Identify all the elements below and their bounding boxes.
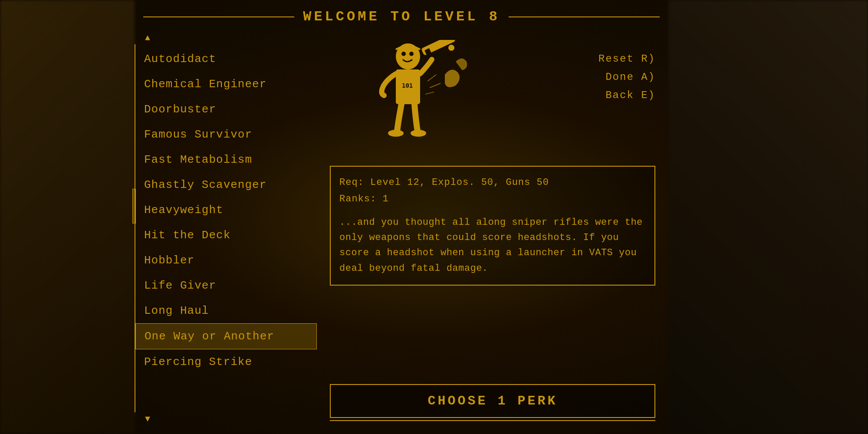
- main-panel: WELCOME TO LEVEL 8 ▲ AutodidactChemical …: [135, 9, 668, 425]
- controls-panel: Reset R) Done A) Back E): [598, 53, 655, 101]
- perk-item-piercing-strike[interactable]: Piercing Strike: [135, 349, 317, 375]
- title-line-left: [143, 16, 294, 17]
- perk-item-fast-metabolism[interactable]: Fast Metabolism: [135, 147, 317, 172]
- bottom-line: [330, 420, 655, 421]
- svg-point-9: [411, 130, 426, 137]
- svg-point-8: [388, 130, 404, 137]
- choose-perk-label: CHOOSE 1 PERK: [427, 394, 557, 408]
- perk-item-famous-survivor[interactable]: Famous Survivor: [135, 122, 317, 147]
- choose-perk-button[interactable]: CHOOSE 1 PERK: [330, 384, 655, 418]
- perk-item-hit-the-deck[interactable]: Hit the Deck: [135, 223, 317, 248]
- perk-item-life-giver[interactable]: Life Giver: [135, 273, 317, 298]
- svg-point-7: [448, 44, 455, 51]
- svg-line-11: [430, 83, 441, 88]
- ranks-line: Ranks: 1: [339, 192, 646, 206]
- title-line-right: [509, 16, 660, 17]
- page-title: WELCOME TO LEVEL 8: [294, 9, 509, 25]
- perk-item-one-way-or-another[interactable]: One Way or Another: [135, 323, 317, 349]
- scroll-up-arrow[interactable]: ▲: [139, 31, 156, 44]
- back-control[interactable]: Back E): [605, 89, 655, 101]
- perk-item-chemical-engineer[interactable]: Chemical Engineer: [135, 72, 317, 97]
- perk-image-area: 101: [330, 36, 655, 157]
- background-left: [0, 0, 135, 434]
- scroll-down-arrow[interactable]: ▼: [139, 412, 156, 425]
- perk-item-heavyweight[interactable]: Heavyweight: [135, 197, 317, 223]
- vault-boy-image: 101: [356, 36, 477, 157]
- done-control[interactable]: Done A): [605, 71, 655, 83]
- background-right: [668, 0, 868, 434]
- title-bar: WELCOME TO LEVEL 8: [135, 9, 668, 25]
- perk-list: AutodidactChemical EngineerDoorbusterFam…: [135, 44, 317, 412]
- reset-control[interactable]: Reset R): [598, 53, 655, 65]
- perk-item-ghastly-scavenger[interactable]: Ghastly Scavenger: [135, 172, 317, 197]
- svg-point-2: [409, 52, 414, 56]
- scroll-indicator: [132, 189, 136, 224]
- perk-details: 101: [317, 31, 668, 425]
- req-line: Req: Level 12, Explos. 50, Guns 50: [339, 175, 646, 190]
- perk-item-doorbuster[interactable]: Doorbuster: [135, 97, 317, 122]
- perk-description: ...and you thought all along sniper rifl…: [339, 215, 646, 276]
- svg-point-1: [401, 52, 406, 56]
- perk-item-hobbler[interactable]: Hobbler: [135, 248, 317, 273]
- perk-info-box: Req: Level 12, Explos. 50, Guns 50 Ranks…: [330, 166, 655, 286]
- perk-list-container: ▲ AutodidactChemical EngineerDoorbusterF…: [135, 31, 317, 425]
- content-area: ▲ AutodidactChemical EngineerDoorbusterF…: [135, 31, 668, 425]
- svg-line-12: [425, 92, 434, 94]
- perk-item-long-haul[interactable]: Long Haul: [135, 298, 317, 323]
- svg-line-10: [427, 75, 436, 81]
- svg-text:101: 101: [402, 82, 413, 89]
- perk-item-autodidact[interactable]: Autodidact: [135, 46, 317, 72]
